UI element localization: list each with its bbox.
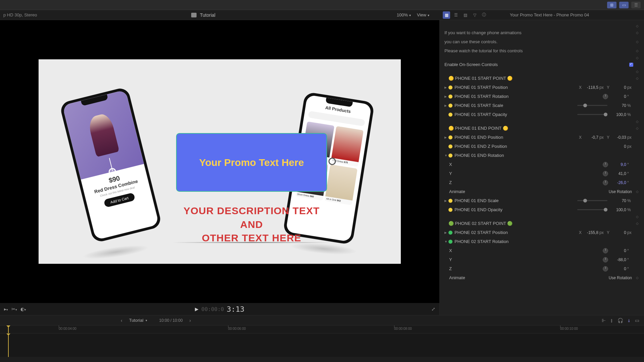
solo-button[interactable]: 🎧 bbox=[618, 318, 623, 323]
rotation-dial[interactable] bbox=[603, 180, 608, 185]
value-input[interactable]: -88,0 bbox=[611, 257, 626, 262]
animate-label: Animate bbox=[449, 189, 609, 194]
enable-osc-label: Enable On-Screen Controls bbox=[444, 62, 629, 67]
opacity-slider[interactable] bbox=[577, 209, 607, 210]
animate-dropdown[interactable]: Use Rotation bbox=[609, 189, 632, 194]
inspector-panel: ◇ If you want to change phone animations… bbox=[439, 20, 644, 315]
disclosure-icon[interactable]: ▶ bbox=[444, 231, 448, 234]
green-dot-icon bbox=[448, 231, 452, 235]
value-input[interactable]: 0 bbox=[611, 248, 626, 253]
rotation-dial[interactable] bbox=[603, 162, 608, 167]
value-input[interactable]: -155,8 bbox=[583, 230, 598, 235]
disclosure-icon[interactable]: ▶ bbox=[444, 199, 448, 202]
disclosure-icon[interactable]: ▶ bbox=[444, 104, 448, 107]
stepper-icon[interactable]: ◇ bbox=[636, 70, 639, 73]
pointer-tool[interactable]: ▸▾ bbox=[4, 306, 8, 312]
timecode-main[interactable]: 3:13 bbox=[227, 305, 245, 313]
playhead[interactable] bbox=[8, 325, 9, 333]
value-input[interactable]: 0 bbox=[611, 94, 626, 99]
stepper-icon[interactable]: ◇ bbox=[636, 215, 639, 219]
inspector-title: Your Promo Text Here - Phone Promo 04 bbox=[510, 12, 589, 17]
audio-skim-button[interactable]: ⫿ bbox=[610, 318, 613, 323]
rotation-dial[interactable] bbox=[603, 171, 608, 176]
stepper-icon[interactable]: ◇ bbox=[636, 49, 639, 53]
layout-list-button[interactable]: ▭ bbox=[619, 2, 629, 8]
playhead-line[interactable] bbox=[8, 334, 9, 357]
value-input[interactable]: -118,5 bbox=[583, 85, 598, 90]
history-back-button[interactable]: ‹ bbox=[121, 318, 122, 323]
history-forward-button[interactable]: › bbox=[190, 318, 191, 323]
disclosure-icon[interactable]: ▼ bbox=[444, 240, 448, 243]
param-label: PHONE 02 START Rotation bbox=[454, 239, 633, 244]
value-input[interactable]: 0 bbox=[611, 266, 626, 271]
disclosure-icon[interactable]: ▼ bbox=[444, 154, 448, 157]
disclosure-icon[interactable]: ▶ bbox=[444, 136, 448, 139]
timecode-prefix: 00:00:0 bbox=[201, 306, 224, 312]
clapper-icon bbox=[191, 13, 197, 17]
rotation-dial[interactable] bbox=[603, 257, 608, 262]
top-toolbar: ⊞ ▭ ☰ bbox=[0, 0, 644, 10]
yellow-dot-icon bbox=[448, 144, 452, 148]
yellow-dot-icon bbox=[448, 208, 452, 212]
stepper-icon[interactable]: ◇ bbox=[636, 77, 639, 80]
play-button[interactable]: ▶ bbox=[195, 306, 199, 312]
description-text[interactable]: YOUR DESCRIPTION TEXT ANDOTHER TEXT HERE bbox=[173, 204, 330, 245]
stepper-icon[interactable]: ◇ bbox=[636, 24, 639, 28]
stepper-icon[interactable]: ◇ bbox=[636, 222, 639, 225]
layout-panel-button[interactable]: ☰ bbox=[631, 2, 641, 8]
color-tool[interactable]: ◐▾ bbox=[20, 306, 26, 312]
value-input[interactable]: 9,0 bbox=[611, 162, 626, 167]
preview-canvas[interactable]: $90 Red Dress Combine Check out this lat… bbox=[39, 59, 401, 264]
timeline-body[interactable] bbox=[0, 334, 644, 357]
timeline-index-button[interactable]: ▭ bbox=[635, 318, 639, 323]
value-input[interactable]: -0,03 bbox=[611, 135, 626, 140]
rotation-dial[interactable] bbox=[603, 248, 608, 253]
rotation-dial[interactable] bbox=[603, 266, 608, 272]
value-input[interactable]: 70 bbox=[611, 103, 626, 108]
view-dropdown[interactable]: View▾ bbox=[417, 12, 429, 17]
promo-text-box[interactable]: Your Promo Text Here bbox=[176, 133, 327, 192]
product-card: All in One $62 bbox=[325, 165, 358, 205]
scale-slider[interactable] bbox=[577, 200, 607, 201]
stepper-icon[interactable]: ◇ bbox=[636, 31, 639, 35]
timeline-project-dropdown[interactable]: Tutorial▾ bbox=[129, 318, 147, 323]
value-input[interactable]: 100,0 bbox=[611, 207, 626, 212]
skimming-button[interactable]: ⊩ bbox=[602, 318, 606, 323]
project-title: Tutorial bbox=[200, 12, 215, 18]
animate-dropdown[interactable]: Use Rotation bbox=[609, 276, 632, 280]
disclosure-icon[interactable]: ▶ bbox=[444, 86, 448, 89]
viewer-panel: $90 Red Dress Combine Check out this lat… bbox=[0, 20, 439, 315]
enable-osc-checkbox[interactable] bbox=[629, 63, 633, 67]
inspector-tab-filter[interactable]: ▽ bbox=[471, 11, 478, 19]
value-input[interactable]: -26,0 bbox=[611, 180, 626, 185]
snapping-button[interactable]: ⫰ bbox=[628, 318, 630, 323]
inspector-tab-video[interactable]: ▦ bbox=[443, 11, 450, 19]
scale-slider[interactable] bbox=[577, 105, 607, 106]
layout-grid-button[interactable]: ⊞ bbox=[607, 2, 616, 8]
crop-tool[interactable]: ✂▾ bbox=[11, 306, 17, 312]
value-input[interactable]: 0 bbox=[611, 230, 626, 235]
value-input[interactable]: 41,0 bbox=[611, 171, 626, 176]
timeline-duration: 10:00 / 10:00 bbox=[159, 318, 183, 323]
inspector-tab-list[interactable]: ☰ bbox=[452, 11, 460, 19]
fullscreen-button[interactable]: ⤢ bbox=[431, 306, 435, 312]
stepper-icon[interactable]: ◇ bbox=[636, 56, 639, 60]
value-input[interactable]: 0 bbox=[611, 85, 626, 90]
timeline-ruler[interactable]: 00:00:04:0000:00:06:0000:00:08:0000:00:1… bbox=[0, 325, 644, 334]
disclosure-icon[interactable]: ▶ bbox=[444, 95, 448, 98]
stepper-icon[interactable]: ◇ bbox=[636, 127, 639, 130]
rotation-dial[interactable] bbox=[603, 94, 608, 99]
axis-y-label: Y bbox=[449, 257, 603, 262]
value-input[interactable]: 70 bbox=[611, 198, 626, 203]
timeline-tick: 00:00:04:00 bbox=[59, 327, 76, 330]
inspector-tab-info[interactable]: ⓘ bbox=[480, 11, 488, 19]
value-input[interactable]: -0,7 bbox=[583, 135, 598, 140]
stepper-icon[interactable]: ◇ bbox=[636, 40, 639, 44]
inspector-tab-film[interactable]: ▤ bbox=[462, 11, 469, 19]
param-label: PHONE 01 END Position bbox=[454, 135, 578, 140]
value-input[interactable]: 0 bbox=[611, 144, 626, 149]
opacity-slider[interactable] bbox=[577, 114, 607, 115]
stepper-icon[interactable]: ◇ bbox=[636, 120, 639, 123]
zoom-dropdown[interactable]: 100%▾ bbox=[397, 12, 411, 17]
value-input[interactable]: 100,0 bbox=[611, 112, 626, 117]
